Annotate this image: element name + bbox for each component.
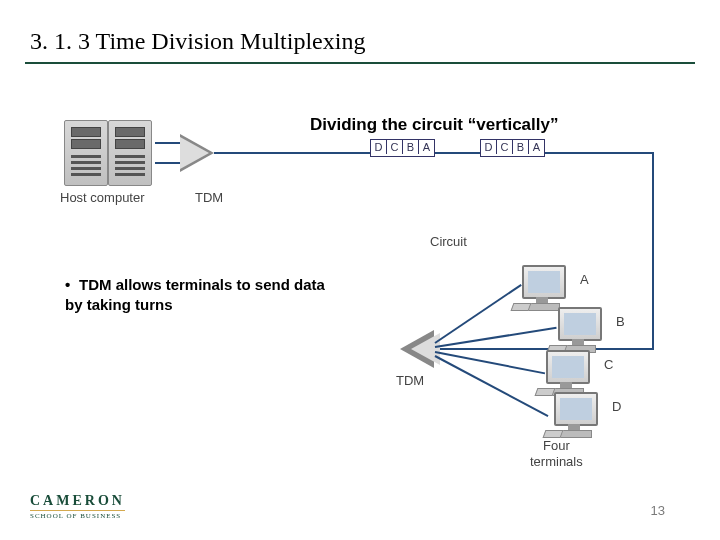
- slot-label: C: [387, 140, 403, 154]
- tdm-label: TDM: [396, 373, 424, 388]
- tdm-label: TDM: [195, 190, 223, 205]
- four-label-l1: Four: [543, 438, 570, 453]
- four-label-l2: terminals: [530, 454, 583, 469]
- slot-label: B: [403, 140, 419, 154]
- terminal-label: A: [580, 272, 589, 287]
- server-icon: [108, 120, 152, 186]
- slot-label: D: [371, 140, 387, 154]
- host-label: Host computer: [60, 190, 145, 205]
- slot-label: D: [481, 140, 497, 154]
- time-slot-frame: D C B A: [370, 139, 435, 157]
- title-underline: [25, 62, 695, 64]
- terminal-icon: [542, 350, 598, 396]
- tdm-diagram: Dividing the circuit “vertically” Host c…: [60, 90, 660, 460]
- bullet-text: TDM allows terminals to send data by tak…: [65, 276, 325, 313]
- slot-label: A: [419, 140, 434, 154]
- host-computer-icon: [60, 120, 155, 188]
- slot-label: B: [513, 140, 529, 154]
- tdm-demux-icon: [400, 330, 440, 368]
- terminal-icon: [554, 307, 610, 353]
- connector-line: [155, 142, 183, 144]
- slot-label: A: [529, 140, 544, 154]
- server-icon: [64, 120, 108, 186]
- logo-line1: CAMERON: [30, 493, 125, 509]
- bullet-dot-icon: •: [65, 275, 79, 295]
- fanout-line: [435, 355, 549, 417]
- terminal-icon: [550, 392, 606, 438]
- diagram-subtitle: Dividing the circuit “vertically”: [310, 115, 558, 135]
- circuit-line: [652, 152, 654, 350]
- time-slot-frame: D C B A: [480, 139, 545, 157]
- circuit-label: Circuit: [430, 234, 467, 249]
- slot-label: C: [497, 140, 513, 154]
- terminal-icon: [518, 265, 574, 311]
- bullet-point: •TDM allows terminals to send data by ta…: [65, 275, 325, 314]
- slide: 3. 1. 3 Time Division Multiplexing Divid…: [0, 0, 720, 540]
- terminal-label: D: [612, 399, 621, 414]
- terminal-label: C: [604, 357, 613, 372]
- school-logo: CAMERON School of Business: [30, 493, 125, 520]
- logo-line2: School of Business: [30, 510, 125, 520]
- terminal-label: B: [616, 314, 625, 329]
- connector-line: [155, 162, 183, 164]
- page-number: 13: [651, 503, 665, 518]
- slide-title: 3. 1. 3 Time Division Multiplexing: [30, 28, 365, 55]
- four-terminals-label: Four terminals: [530, 438, 583, 469]
